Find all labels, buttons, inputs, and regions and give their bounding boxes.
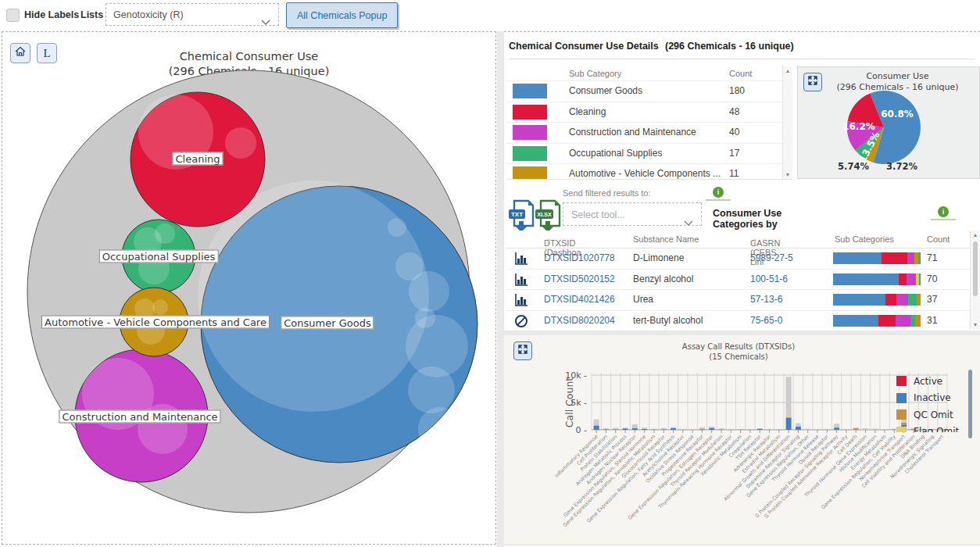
dtxsid-row[interactable]: DTXSID8020204tert-Butyl alcohol75-65-031 — [506, 311, 980, 330]
subcategory-row[interactable]: Occupational Supplies17 — [506, 143, 792, 164]
bar-segment-other[interactable] — [882, 429, 888, 430]
bar-segment-inactive[interactable] — [796, 427, 801, 430]
col-sub-category[interactable]: Sub Category — [569, 69, 621, 78]
bar-segment-other[interactable] — [709, 427, 714, 428]
bar-segment-inactive[interactable] — [757, 429, 763, 430]
bar-segment-inactive[interactable] — [699, 429, 705, 430]
subcategory-row[interactable]: Consumer Goods180 — [506, 80, 792, 102]
dtxsid-table-scrollbar[interactable]: ▲ ▼ — [970, 231, 980, 329]
bar-segment-other[interactable] — [661, 428, 667, 430]
bar-segment-inactive[interactable] — [786, 418, 792, 430]
lists-dropdown[interactable]: Genotoxicity (R) — [106, 3, 279, 26]
col-count[interactable]: Count — [729, 69, 752, 78]
bar-chart-icon[interactable] — [514, 293, 528, 310]
legend-item-flag-omit[interactable]: Flag Omit — [896, 424, 968, 433]
bar-segment-other[interactable] — [623, 427, 628, 428]
hide-labels-checkbox[interactable] — [6, 9, 20, 22]
dtxsid-row[interactable]: DTXSID4021426Urea57-13-637 — [506, 290, 980, 311]
dtxsid-link[interactable]: DTXSID1020778 — [544, 252, 615, 263]
scroll-thumb[interactable] — [973, 241, 978, 296]
bar-segment-other[interactable] — [786, 377, 792, 417]
dtxsid-link[interactable]: DTXSID4021426 — [544, 294, 615, 305]
bar-segment-qc-omit[interactable] — [853, 428, 859, 429]
assay-bar-chart[interactable]: 0 -5k -10k -Call CountInflammatory Respo… — [504, 335, 979, 545]
bar-chart-icon[interactable] — [514, 273, 528, 290]
subcategory-row[interactable]: Automotive - Vehicle Components ...11 — [506, 163, 792, 180]
bar-segment-inactive[interactable] — [709, 428, 714, 430]
bar-segment-qc-omit[interactable] — [699, 429, 705, 430]
pie-chart[interactable]: 60.8%3.72%5.74%13.5%16.2% — [798, 67, 979, 178]
dtxsid-link[interactable]: DTXSID5020152 — [544, 274, 615, 284]
bar-segment-other[interactable] — [594, 420, 599, 426]
bar-segment-flag-omit[interactable] — [805, 429, 810, 430]
bar-segment-other[interactable] — [680, 429, 685, 430]
legend-item-qc-omit[interactable]: QC Omit — [896, 406, 968, 424]
col-substance-name[interactable]: Substance Name — [633, 234, 699, 244]
row-count: 31 — [927, 315, 937, 326]
bar-segment-inactive[interactable] — [642, 429, 647, 430]
subcategory-row[interactable]: Cleaning48 — [506, 102, 792, 123]
bar-segment-other[interactable] — [853, 427, 859, 428]
subcategories-stacked-bar[interactable] — [833, 294, 921, 306]
assay-scrollbar-thumb[interactable] — [968, 370, 972, 438]
sort-icon[interactable]: ▲▼ — [546, 238, 551, 246]
bar-segment-inactive[interactable] — [719, 429, 724, 430]
subcategories-stacked-bar[interactable] — [833, 315, 921, 327]
bar-segment-other[interactable] — [613, 428, 618, 430]
casrn-link[interactable]: 5989-27-5 — [750, 252, 793, 263]
bar-segment-other[interactable] — [834, 424, 839, 427]
subcategory-row[interactable]: Construction and Maintenance40 — [506, 122, 792, 143]
bar-segment-other[interactable] — [843, 429, 849, 430]
bar-segment-other[interactable] — [690, 429, 696, 430]
scroll-up-icon[interactable]: ▲ — [783, 68, 792, 73]
legend-item-active[interactable]: Active — [896, 373, 968, 390]
tool-select-dropdown[interactable]: Select tool... — [563, 202, 702, 226]
bar-segment-other[interactable] — [632, 424, 638, 428]
bar-segment-inactive[interactable] — [671, 428, 676, 430]
info-icon[interactable]: i — [938, 206, 949, 217]
bar-segment-other[interactable] — [603, 428, 609, 429]
bar-segment-inactive[interactable] — [613, 429, 618, 430]
bar-segment-inactive[interactable] — [594, 425, 599, 430]
bar-chart-icon[interactable] — [514, 252, 528, 269]
subcategory-table-scrollbar[interactable]: ▲ ▼ — [782, 66, 792, 179]
bar-segment-inactive[interactable] — [834, 427, 839, 430]
dtxsid-row[interactable]: DTXSID1020778D-Limonene5989-27-571 — [506, 248, 980, 270]
no-data-icon[interactable] — [514, 314, 528, 330]
bar-segment-inactive[interactable] — [651, 429, 656, 430]
bubble-chart[interactable] — [2, 32, 495, 544]
bar-segment-inactive[interactable] — [623, 428, 628, 430]
casrn-link[interactable]: 75-65-0 — [750, 315, 782, 326]
bar-segment-other[interactable] — [642, 427, 647, 429]
dtxsid-row[interactable]: DTXSID5020152Benzyl alcohol100-51-670 — [506, 270, 980, 291]
bar-segment-qc-omit[interactable] — [786, 417, 792, 418]
scroll-down-icon[interactable]: ▼ — [971, 322, 980, 327]
info-icon[interactable]: i — [713, 187, 724, 198]
panel-divider[interactable] — [497, 31, 504, 547]
bar-segment-inactive[interactable] — [603, 429, 609, 430]
all-chemicals-popup-button[interactable]: All Chemicals Popup — [286, 2, 398, 28]
col-count[interactable]: Count — [927, 234, 950, 244]
dtxsid-link[interactable]: DTXSID8020204 — [544, 315, 615, 326]
legend-item-inactive[interactable]: Inactive — [896, 390, 968, 407]
bar-segment-other[interactable] — [728, 429, 734, 430]
bar-segment-other[interactable] — [872, 429, 878, 430]
scroll-up-icon[interactable]: ▲ — [971, 232, 980, 238]
casrn-link[interactable]: 57-13-6 — [750, 294, 782, 305]
bar-segment-other[interactable] — [699, 427, 705, 429]
bar-segment — [910, 315, 916, 327]
casrn-link[interactable]: 100-51-6 — [750, 274, 788, 284]
bar-segment-inactive[interactable] — [661, 429, 667, 430]
bar-segment-inactive[interactable] — [853, 429, 859, 430]
subcategories-stacked-bar[interactable] — [833, 252, 921, 264]
bar-segment-other[interactable] — [863, 428, 868, 430]
bar-segment-other[interactable] — [651, 429, 656, 430]
bar-segment-other[interactable] — [719, 428, 724, 429]
bar-segment-other[interactable] — [671, 427, 676, 428]
scroll-down-icon[interactable]: ▼ — [783, 172, 792, 177]
bar-segment-other[interactable] — [796, 424, 801, 427]
subcategories-stacked-bar[interactable] — [833, 274, 921, 285]
col-sub-categories[interactable]: Sub Categories — [835, 234, 894, 244]
sort-icon[interactable]: ▲▼ — [753, 238, 757, 246]
bar-segment-inactive[interactable] — [632, 428, 638, 430]
